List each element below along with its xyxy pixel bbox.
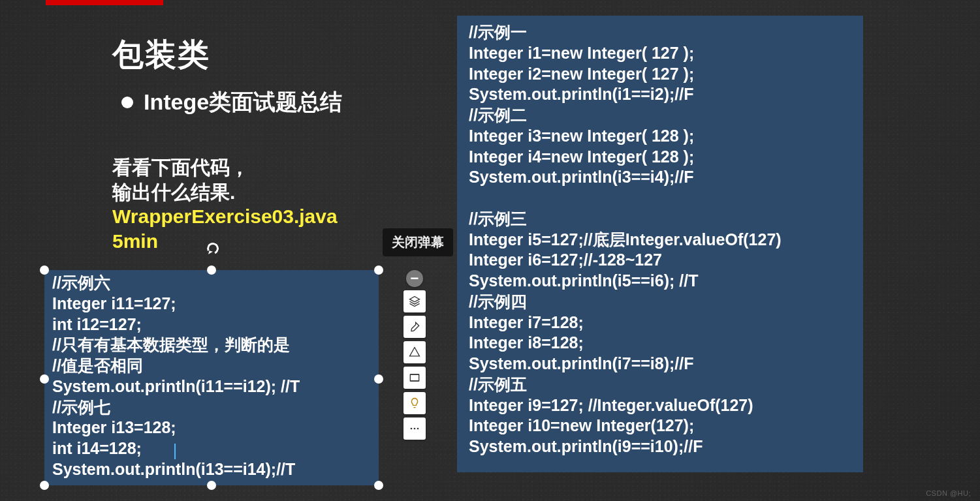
- resize-handle-se[interactable]: [374, 481, 383, 490]
- layers-icon: [408, 295, 421, 308]
- resize-handle-w[interactable]: [40, 374, 49, 384]
- resize-handle-nw[interactable]: [40, 266, 49, 275]
- idea-button[interactable]: [403, 392, 426, 414]
- shape-icon: [408, 346, 421, 359]
- resize-handle-n[interactable]: [207, 266, 216, 275]
- more-button[interactable]: [403, 418, 426, 440]
- slide-title: 包装类: [112, 34, 210, 76]
- layers-button[interactable]: [403, 290, 426, 312]
- intro-line-1: 看看下面代码，: [112, 155, 338, 180]
- lightbulb-icon: [408, 397, 421, 410]
- svg-point-2: [414, 428, 416, 430]
- intro-line-2: 输出什么结果.: [112, 180, 338, 205]
- floating-toolbar: −: [402, 270, 427, 440]
- frame-icon: [408, 371, 421, 384]
- resize-handle-ne[interactable]: [374, 266, 383, 275]
- intro-file: WrapperExercise03.java: [112, 204, 338, 229]
- brush-icon: [408, 320, 421, 333]
- intro-text: 看看下面代码， 输出什么结果. WrapperExercise03.java 5…: [112, 155, 338, 253]
- more-icon: [408, 422, 421, 435]
- code-block-left: //示例六 Integer i11=127; int i12=127; //只有…: [44, 270, 379, 483]
- resize-handle-s[interactable]: [207, 481, 216, 490]
- svg-point-1: [411, 428, 413, 430]
- shape-button[interactable]: [403, 341, 426, 363]
- resize-handle-e[interactable]: [374, 374, 383, 384]
- brush-button[interactable]: [403, 316, 426, 338]
- code-block-right: //示例一 Integer i1=new Integer( 127 ); Int…: [457, 16, 863, 472]
- watermark: CSDN @HU;: [926, 489, 971, 497]
- code-block-left-selected[interactable]: //示例六 Integer i11=127; int i12=127; //只有…: [44, 270, 379, 485]
- resize-handle-sw[interactable]: [40, 481, 49, 490]
- bullet-item: Intege类面试题总结: [121, 87, 342, 117]
- tooltip-close-danmu: 关闭弹幕: [383, 228, 453, 256]
- intro-time: 5min: [112, 229, 338, 254]
- frame-button[interactable]: [403, 367, 426, 389]
- bullet-text: Intege类面试题总结: [144, 87, 342, 117]
- collapse-button[interactable]: −: [406, 270, 423, 287]
- active-tab-indicator: [46, 0, 163, 5]
- svg-point-3: [417, 428, 419, 430]
- bullet-dot-icon: [121, 97, 133, 108]
- svg-rect-0: [410, 374, 419, 381]
